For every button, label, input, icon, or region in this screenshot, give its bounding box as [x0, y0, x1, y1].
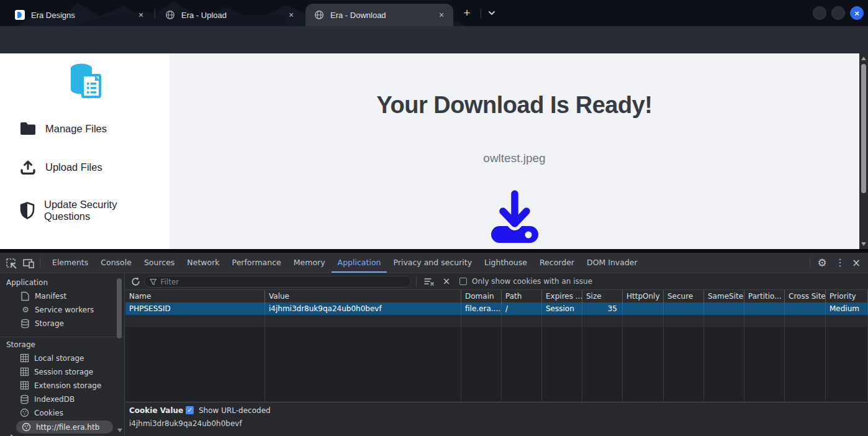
browser-tab-era-upload[interactable]: Era - Upload × — [156, 4, 303, 26]
devtools-tab-console[interactable]: Console — [94, 253, 138, 273]
cookie-cell-partition[interactable] — [744, 302, 785, 315]
scrollbar-thumb[interactable] — [861, 64, 866, 193]
devtools-menu-kebab-icon[interactable]: ⋮ — [833, 256, 847, 270]
browser-tab-era-download[interactable]: Era - Download × — [305, 4, 453, 26]
devtools-settings-gear-icon[interactable]: ⚙ — [815, 256, 829, 270]
new-tab-button[interactable]: + — [459, 6, 474, 20]
scroll-up-arrow[interactable] — [861, 57, 866, 60]
tab-separator — [481, 9, 481, 19]
devtools-tab-performance[interactable]: Performance — [226, 253, 287, 273]
column-header[interactable]: Value — [265, 290, 461, 302]
sidebar-item-local-storage[interactable]: Local storage — [0, 352, 115, 365]
cookie-cell-value[interactable]: i4jhmi3dr8uk9qa24ub0h0bevf — [265, 302, 461, 315]
cookie-icon — [20, 408, 30, 418]
sidebar-item-extension-storage[interactable]: Extension storage — [0, 379, 115, 393]
device-toolbar-icon[interactable] — [22, 257, 35, 270]
devtools-close-icon[interactable]: × — [849, 256, 863, 270]
sidebar-scrollbar-thumb[interactable] — [117, 278, 122, 338]
devtools-tab-application[interactable]: Application — [332, 253, 387, 273]
gears-icon: ⚙ — [20, 305, 30, 315]
sidebar-item-indexeddb[interactable]: IndexedDB — [0, 393, 115, 406]
clear-all-cookies-icon[interactable] — [423, 276, 435, 287]
cookie-value-text: i4jhmi3dr8uk9qa24ub0h0bevf — [129, 419, 242, 428]
section-header-application: Application — [6, 276, 48, 289]
column-header[interactable]: Secure — [664, 290, 704, 302]
column-header[interactable]: Name — [125, 290, 265, 302]
devtools-tab-elements[interactable]: Elements — [46, 253, 94, 273]
column-header[interactable]: Priority — [826, 290, 868, 302]
tab-close-icon[interactable]: × — [286, 9, 297, 20]
section-header-storage: Storage — [6, 338, 35, 352]
tab-close-icon[interactable]: × — [135, 9, 147, 20]
sidebar-item-cookies[interactable]: Cookies — [0, 406, 115, 420]
sidebar-scroll-down-arrow[interactable] — [117, 429, 122, 432]
inspect-element-icon[interactable] — [5, 257, 17, 270]
devtools-tab-recorder[interactable]: Recorder — [533, 253, 581, 273]
column-header[interactable]: Path — [502, 290, 542, 302]
cookie-cell-httponly[interactable] — [623, 302, 664, 315]
cookie-filter-input[interactable] — [160, 278, 405, 286]
sidebar-item-session-storage[interactable]: Session storage — [0, 365, 115, 379]
page-title: Your Download Is Ready! — [170, 92, 859, 119]
devtools-divider — [810, 258, 810, 268]
refresh-icon[interactable] — [130, 276, 141, 287]
cookie-table-header[interactable]: Name Value Domain Path Expires ... Size … — [125, 290, 868, 302]
devtools-tab-dom-invader[interactable]: DOM Invader — [581, 253, 644, 273]
devtools-tab-network[interactable]: Network — [181, 253, 225, 273]
page-scrollbar[interactable] — [859, 53, 868, 249]
devtools-tab-memory[interactable]: Memory — [287, 253, 332, 273]
cookie-table-filler — [125, 327, 868, 401]
cookie-cell-priority[interactable]: Medium — [826, 302, 868, 315]
column-header[interactable]: Cross Site — [785, 290, 826, 302]
devtools-tab-lighthouse[interactable]: Lighthouse — [478, 253, 533, 273]
sidebar-item-cookie-origin-selected[interactable]: http://file.era.htb — [16, 420, 113, 434]
sidebar-item-storage[interactable]: Storage — [0, 317, 115, 330]
cookie-cell-secure[interactable] — [664, 302, 704, 315]
column-header[interactable]: Partitio... — [744, 290, 785, 302]
sidebar-item-manage-files[interactable]: Manage Files — [20, 122, 151, 135]
download-icon[interactable] — [489, 186, 541, 246]
sidebar-item-label: Manage Files — [45, 123, 107, 135]
sidebar-item-service-workers[interactable]: ⚙ Service workers — [0, 303, 115, 317]
scroll-down-arrow[interactable] — [861, 242, 866, 246]
tab-separator — [155, 9, 155, 19]
cookie-cell-name[interactable]: PHPSESSID — [125, 302, 265, 315]
tab-title: Era - Upload — [181, 11, 286, 20]
cookie-cell-samesite[interactable] — [704, 302, 744, 315]
column-header[interactable]: Size — [582, 290, 623, 302]
browser-tab-era-designs[interactable]: Era Designs × — [6, 4, 153, 26]
sidebar-item-manifest[interactable]: Manifest — [0, 289, 115, 303]
devtools-tab-sources[interactable]: Sources — [138, 253, 181, 273]
cookie-cell-size[interactable]: 35 — [582, 302, 623, 315]
delete-cookie-icon[interactable]: × — [441, 276, 452, 287]
tab-search-chevron-icon[interactable] — [487, 8, 497, 18]
cookie-cell-domain[interactable]: file.era.... — [461, 302, 502, 315]
cookie-cell-expires[interactable]: Session — [542, 302, 582, 315]
tab-close-icon[interactable]: × — [436, 9, 447, 20]
window-minimize-button[interactable] — [813, 6, 826, 20]
browser-toolbar: ⚠ Not secure file.era.htb/download.php?i… — [0, 26, 868, 53]
column-header[interactable]: Expires ... — [542, 290, 582, 302]
only-issue-checkbox[interactable] — [459, 278, 467, 285]
column-header[interactable]: HttpOnly — [623, 290, 664, 302]
sidebar-item-upload-files[interactable]: Upload Files — [20, 160, 151, 175]
cookie-empty-row[interactable] — [125, 315, 868, 327]
shield-icon — [20, 202, 35, 219]
window-close-button[interactable]: × — [850, 6, 864, 20]
window-maximize-button[interactable] — [831, 6, 845, 20]
column-header[interactable]: SameSite — [704, 290, 744, 302]
cookie-row-phpsessid[interactable]: PHPSESSID i4jhmi3dr8uk9qa24ub0h0bevf fil… — [125, 302, 868, 315]
cookies-panel: × Only show cookies with an issue Name V… — [125, 273, 868, 436]
cookie-cell-path[interactable]: / — [502, 302, 542, 315]
upload-icon — [20, 160, 36, 175]
devtools-tab-privacy[interactable]: Privacy and security — [387, 253, 478, 273]
cookie-cell-crosssite[interactable] — [785, 302, 826, 315]
sidebar-item-label: Upload Files — [45, 161, 102, 173]
show-url-decoded-checkbox[interactable]: ✓ — [186, 406, 194, 414]
sidebar-item-update-security-questions[interactable]: Update Security Questions — [20, 199, 151, 222]
sidebar-item-label: Local storage — [34, 354, 84, 363]
cookie-filter-box[interactable] — [144, 276, 411, 288]
column-header[interactable]: Domain — [461, 290, 502, 302]
devtools-tabs: Elements Console Sources Network Perform… — [46, 253, 644, 273]
cookies-toolbar: × Only show cookies with an issue — [125, 273, 868, 290]
